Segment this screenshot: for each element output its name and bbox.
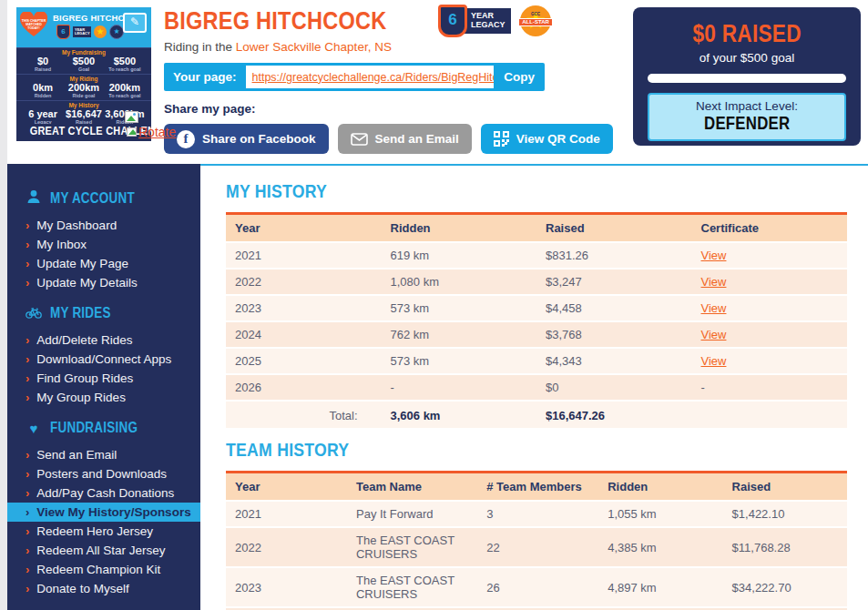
sidebar-item-update-my-details[interactable]: ›Update My Details <box>7 273 200 292</box>
sidebar-item-add-delete-rides[interactable]: ›Add/Delete Rides <box>7 330 200 350</box>
cell-raised: $831.26 <box>536 243 692 268</box>
column-header-raised: Raised <box>536 212 692 241</box>
copy-url-button[interactable]: Copy <box>494 63 545 91</box>
rotate-card-link[interactable]: Rotate <box>127 125 176 139</box>
total-label: Total: <box>226 402 382 428</box>
sidebar-section-title: MY ACCOUNT <box>50 190 135 207</box>
share-facebook-button[interactable]: f Share on Facebook <box>164 124 329 154</box>
stat-caption: To reach goal <box>105 93 145 98</box>
sidebar-item-label: Donate to Myself <box>36 582 128 595</box>
sidebar-section-fundraising: ♥ FUNDRAISING <box>26 420 200 436</box>
cell-raised: $4,458 <box>536 296 692 320</box>
sidebar-item-download-connect-apps[interactable]: ›Download/Connect Apps <box>7 350 200 369</box>
cell-ridden: 1,055 km <box>598 502 722 526</box>
facebook-icon: f <box>177 130 195 148</box>
chevron-right-icon: › <box>26 563 29 576</box>
sidebar-item-update-my-page[interactable]: ›Update My Page <box>7 254 200 273</box>
team-history-table: Year Team Name # Team Members Ridden Rai… <box>226 469 847 610</box>
mini-champion-icon: ★ <box>109 25 124 39</box>
certificate-view-link[interactable]: View <box>701 275 727 289</box>
cell-team-members: 22 <box>477 528 598 566</box>
sidebar-item-label: Add/Pay Cash Donations <box>36 486 174 500</box>
table-row: 2022 1,080 km $3,247 View <box>226 269 847 294</box>
page-url-field[interactable]: https://greatcyclechallenge.ca/Riders/Bi… <box>246 66 495 88</box>
chevron-right-icon: › <box>26 257 29 270</box>
sidebar-item-posters-and-downloads[interactable]: ›Posters and Downloads <box>7 464 200 483</box>
certificate-view-link[interactable]: View <box>701 249 727 262</box>
cell-year: 2023 <box>226 296 382 320</box>
column-header-ridden: Ridden <box>598 471 722 500</box>
envelope-icon <box>351 133 368 146</box>
chapter-line: Riding in the Lower Sackville Chapter, N… <box>164 40 624 54</box>
section-label: My Riding <box>20 76 148 82</box>
sidebar-item-add-pay-cash-donations[interactable]: ›Add/Pay Cash Donations <box>7 483 200 503</box>
stat-caption: Goal <box>64 66 104 72</box>
stat-value: $16,647 <box>64 108 104 119</box>
sidebar-item-donate-to-myself[interactable]: ›Donate to Myself <box>7 579 200 598</box>
cell-certificate: - <box>692 375 848 400</box>
sidebar-item-label: Download/Connect Apps <box>36 352 171 366</box>
legacy-badge-label: YEAR LEGACY <box>464 8 511 34</box>
sidebar-item-redeem-hero-jersey[interactable]: ›Redeem Hero Jersey <box>7 522 200 541</box>
cell-ridden: 573 km <box>382 349 537 373</box>
chevron-right-icon: › <box>26 467 29 481</box>
cell-team-members: 26 <box>477 568 598 606</box>
sidebar-item-label: Redeem All Star Jersey <box>36 544 165 557</box>
sidebar-item-my-group-rides[interactable]: ›My Group Rides <box>7 388 200 407</box>
my-history-title: MY HISTORY <box>226 180 327 202</box>
chevron-right-icon: › <box>26 486 29 500</box>
sidebar-item-send-an-email[interactable]: ›Send an Email <box>7 445 200 464</box>
table-header-row: Year Ridden Raised Certificate <box>226 212 847 241</box>
sidebar-item-my-dashboard[interactable]: ›My Dashboard <box>7 216 200 235</box>
sidebar-item-my-inbox[interactable]: ›My Inbox <box>7 235 200 254</box>
send-email-button[interactable]: Send an Email <box>338 124 472 154</box>
cell-ridden: 619 km <box>382 243 537 268</box>
heart-icon: ♥ <box>26 421 42 436</box>
chevron-right-icon: › <box>26 582 29 595</box>
cell-year: 2026 <box>226 375 382 400</box>
column-header-year: Year <box>226 471 347 500</box>
your-page-label: Your page: <box>164 63 246 91</box>
certificate-view-link[interactable]: View <box>701 328 727 341</box>
cell-ridden: 762 km <box>382 322 537 347</box>
sidebar: MY ACCOUNT ›My Dashboard ›My Inbox ›Upda… <box>7 164 200 610</box>
fundraising-progress-bar <box>648 74 846 83</box>
heart-badge-text: THIS CHAPTER MATCHED TODAY! <box>22 13 46 30</box>
certificate-view-link[interactable]: View <box>701 301 727 315</box>
sidebar-item-redeem-champion-kit[interactable]: ›Redeem Champion Kit <box>7 560 200 579</box>
cell-raised: $4,343 <box>536 349 692 373</box>
column-header-team-members: # Team Members <box>477 471 598 500</box>
certificate-view-link[interactable]: View <box>701 354 727 368</box>
card-riding-section: My Riding 0kmRidden 200kmRide goal 200km… <box>16 74 151 100</box>
cell-ridden: 573 km <box>382 296 537 320</box>
cell-team-members: 3 <box>477 502 598 526</box>
page-url-link[interactable]: https://greatcyclechallenge.ca/Riders/Bi… <box>252 71 495 84</box>
table-row: 2023 573 km $4,458 View <box>226 296 847 320</box>
view-qr-button[interactable]: View QR Code <box>481 124 613 154</box>
sidebar-section-title: FUNDRAISING <box>50 420 138 436</box>
chevron-right-icon: › <box>26 505 29 519</box>
chapter-link[interactable]: Lower Sackville Chapter, NS <box>236 40 392 54</box>
section-label: My Fundraising <box>20 49 148 56</box>
section-label: My History <box>20 102 148 108</box>
next-impact-value: DEFENDER <box>704 113 790 134</box>
cell-year: 2025 <box>226 349 382 373</box>
edit-card-icon[interactable]: ✎ <box>123 13 147 33</box>
cell-ridden: 4,897 km <box>598 568 722 606</box>
stat-value: $0 <box>23 56 63 66</box>
fundraising-summary-panel: $0 RAISED of your $500 goal Next Impact … <box>633 7 861 146</box>
stat-caption: To reach goal <box>105 66 145 72</box>
chevron-right-icon: › <box>26 352 29 366</box>
sidebar-item-label: Send an Email <box>36 448 117 462</box>
sidebar-section-my-rides: MY RIDES <box>26 305 200 321</box>
sidebar-item-redeem-all-star-jersey[interactable]: ›Redeem All Star Jersey <box>7 541 200 560</box>
mini-legacy-label: YEAR LEGACY <box>73 26 91 38</box>
column-header-ridden: Ridden <box>382 212 537 241</box>
broken-image-icon <box>125 111 138 123</box>
sidebar-item-find-group-rides[interactable]: ›Find Group Rides <box>7 369 200 388</box>
profile-card-header: THIS CHAPTER MATCHED TODAY! BIGREG HITCH… <box>16 7 151 47</box>
sidebar-item-view-my-history-sponsors[interactable]: ›View My History/Sponsors <box>7 503 200 522</box>
chevron-right-icon: › <box>26 276 29 290</box>
chevron-right-icon: › <box>26 391 29 404</box>
cell-ridden: 1,080 km <box>382 269 537 294</box>
